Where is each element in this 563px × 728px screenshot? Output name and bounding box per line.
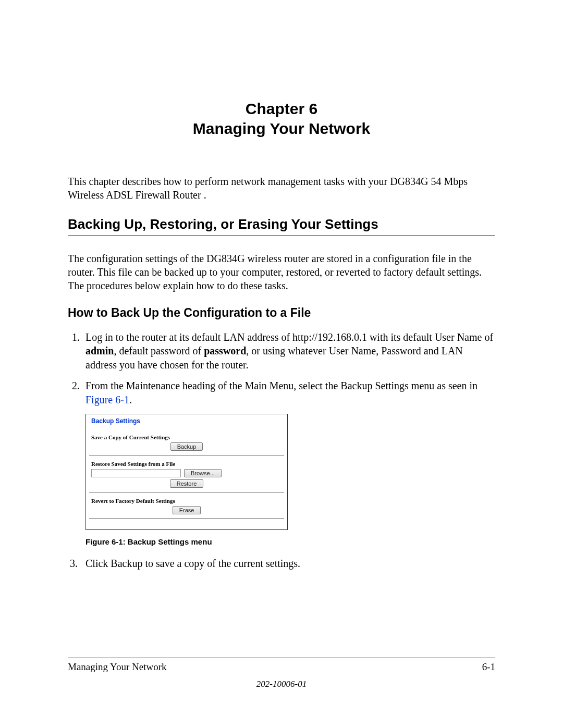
step3-text: Click Backup to save a copy of the curre…: [85, 558, 300, 569]
steps-list: Log in to the router at its default LAN …: [68, 330, 495, 406]
figure-link-6-1[interactable]: Figure 6-1: [85, 394, 129, 405]
section-heading-backup: Backing Up, Restoring, or Erasing Your S…: [68, 216, 495, 236]
chapter-number: Chapter 6: [68, 99, 495, 119]
erase-button[interactable]: Erase: [173, 506, 201, 514]
backup-button[interactable]: Backup: [170, 442, 203, 451]
figure-restore-label: Restore Saved Settings from a File: [91, 461, 282, 467]
intro-paragraph: This chapter describes how to perform ne…: [68, 175, 495, 202]
page-footer: Managing Your Network 6-1 202-10006-01: [68, 658, 495, 689]
step-1: Log in to the router at its default LAN …: [82, 330, 495, 372]
step2-text-b: .: [129, 394, 132, 405]
figure-revert-label: Revert to Factory Default Settings: [91, 498, 282, 504]
restore-file-input[interactable]: [91, 469, 181, 477]
footer-docnum: 202-10006-01: [68, 679, 495, 689]
step1-text-a: Log in to the router at its default LAN …: [85, 331, 493, 343]
footer-rule: [68, 658, 495, 658]
section-para: The configuration settings of the DG834G…: [68, 252, 495, 292]
step-2: From the Maintenance heading of the Main…: [82, 379, 495, 406]
chapter-title: Managing Your Network: [68, 119, 495, 139]
browse-button[interactable]: Browse...: [184, 469, 222, 477]
divider: [89, 455, 284, 455]
divider: [89, 519, 284, 519]
restore-button[interactable]: Restore: [170, 479, 204, 488]
figure-backup-settings: Backup Settings Save a Copy of Current S…: [85, 414, 288, 530]
subheading-howto-backup: How to Back Up the Configuration to a Fi…: [68, 306, 495, 320]
step1-password: password: [204, 345, 246, 356]
step2-text-a: From the Maintenance heading of the Main…: [85, 380, 478, 391]
step-3: 3.Click Backup to save a copy of the cur…: [85, 557, 495, 570]
footer-left: Managing Your Network: [68, 661, 166, 673]
divider: [89, 492, 284, 492]
figure-caption-6-1: Figure 6-1: Backup Settings menu: [85, 537, 495, 546]
step1-admin: admin: [85, 345, 114, 356]
step1-text-b: , default password of: [114, 345, 204, 356]
figure-save-label: Save a Copy of Current Settings: [91, 434, 282, 440]
footer-right-page: 6-1: [482, 661, 495, 673]
figure-panel-title: Backup Settings: [91, 417, 282, 425]
chapter-heading: Chapter 6 Managing Your Network: [68, 99, 495, 138]
